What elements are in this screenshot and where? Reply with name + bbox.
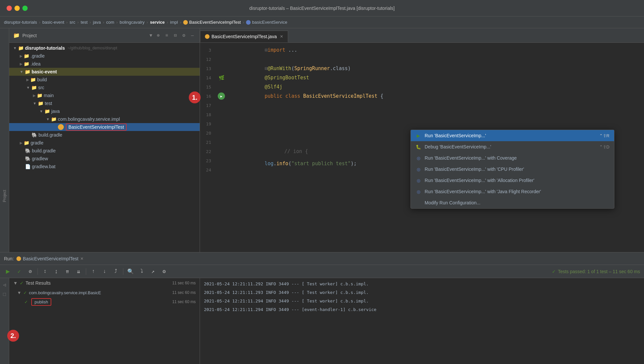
bottom-strip-icon-2[interactable]: ⬚ bbox=[1, 290, 9, 298]
export-icon[interactable]: ⤴ bbox=[112, 268, 120, 275]
tree-label-build-gradle-inner: build.gradle bbox=[38, 132, 62, 138]
minimize-button[interactable] bbox=[14, 6, 20, 11]
tree-item-gradle-dir[interactable]: ▶ 📁 gradle bbox=[9, 139, 200, 147]
run-toolbar-icon[interactable]: ▶ bbox=[4, 268, 12, 275]
breadcrumb-item-1[interactable]: basic-event bbox=[42, 20, 64, 25]
test-file-icon bbox=[58, 124, 64, 130]
menu-item-run[interactable]: ▶ Run 'BasicEventServiceImp...' ⌃⇧R bbox=[411, 130, 614, 141]
menu-item-debug[interactable]: 🐛 Debug 'BasicEventServiceImp...' ⌃⇧D bbox=[411, 141, 614, 152]
up-arrow-icon[interactable]: ↑ bbox=[89, 268, 97, 275]
tab-file-icon bbox=[205, 34, 210, 39]
tree-item-idea[interactable]: ▶ 📁 .idea bbox=[9, 60, 200, 68]
breadcrumb-item-0[interactable]: disruptor-tutorials bbox=[4, 20, 37, 25]
code-line-18: 18 bbox=[200, 110, 644, 119]
editor-tab-main[interactable]: BasicEventServiceImplTest.java ✕ bbox=[200, 31, 288, 42]
bottom-panel: Run: BasicEventServiceImplTest ✕ ▶ ✓ ⊘ ↕… bbox=[0, 252, 644, 364]
tree-item-root[interactable]: ▼ 📁 disruptor-tutorials ~/github/blog_de… bbox=[9, 44, 200, 52]
import-icon[interactable]: ⤵ bbox=[138, 268, 146, 275]
tab-label: BasicEventServiceImplTest.java bbox=[211, 34, 277, 39]
step-1-badge: 1. bbox=[189, 91, 201, 103]
menu-item-alloc-label: Run 'BasicEventServiceImp...' with 'Allo… bbox=[425, 178, 534, 183]
toolbar-sep-3 bbox=[123, 268, 123, 275]
close-panel-icon[interactable]: — bbox=[189, 32, 196, 39]
down-arrow-icon[interactable]: ↓ bbox=[101, 268, 109, 275]
rerun-icon[interactable]: ↕ bbox=[41, 268, 49, 275]
tree-item-testfile[interactable]: BasicEventServiceImplTest bbox=[9, 123, 200, 131]
menu-item-coverage[interactable]: ◎ Run 'BasicEventServiceImp...' with Cov… bbox=[411, 152, 614, 164]
tree-label-testfile: BasicEventServiceImplTest bbox=[66, 123, 127, 131]
search-icon[interactable]: 🔍 bbox=[127, 268, 135, 275]
tree-item-gradle[interactable]: ▶ 📁 .gradle bbox=[9, 52, 200, 60]
stop-toolbar-icon[interactable]: ⊘ bbox=[26, 268, 34, 275]
line-num-19: 19 bbox=[200, 121, 216, 126]
filter-icon[interactable]: ⊟ bbox=[172, 32, 179, 39]
breadcrumb-item-9[interactable]: BasicEventServiceImplTest bbox=[189, 20, 241, 25]
run-label: Run: bbox=[4, 256, 14, 261]
test-suite-row[interactable]: ▼ ✓ com.bolingcavalry.service.impl.Basic… bbox=[9, 288, 200, 297]
sidebar-title: Project bbox=[22, 33, 147, 38]
publish-test-row[interactable]: ✓ publish 11 sec 60 ms bbox=[9, 297, 200, 306]
arrow-build: ▶ bbox=[26, 78, 29, 82]
close-button[interactable] bbox=[7, 6, 12, 11]
sidebar-dropdown-arrow[interactable]: ▼ bbox=[150, 33, 152, 38]
folder-icon-test: 📁 bbox=[38, 101, 43, 106]
line-num-22: 22 bbox=[200, 149, 216, 154]
tree-label-pkg: com.bolingcavalry.service.impl bbox=[58, 117, 120, 122]
folder-icon: 📁 bbox=[13, 32, 20, 39]
tree-item-src[interactable]: ▼ 📁 src bbox=[9, 84, 200, 91]
modify-icon bbox=[415, 200, 421, 206]
bottom-strip-icon-1[interactable]: ◁ bbox=[1, 281, 9, 289]
publish-label: publish bbox=[31, 298, 51, 306]
breadcrumb-item-5[interactable]: com bbox=[106, 20, 114, 25]
run-tab-close[interactable]: ✕ bbox=[80, 256, 84, 261]
menu-item-flight[interactable]: ◎ Run 'BasicEventServiceImp...' with 'Ja… bbox=[411, 186, 614, 197]
breadcrumb-item-10[interactable]: basicEventService bbox=[252, 20, 287, 25]
collapse-all-icon[interactable]: ⇊ bbox=[75, 268, 83, 275]
breadcrumb-item-7[interactable]: service bbox=[150, 20, 165, 25]
tree-item-pkg[interactable]: ▼ 📁 com.bolingcavalry.service.impl bbox=[9, 115, 200, 123]
arrow-test: ▼ bbox=[33, 101, 37, 105]
menu-item-modify[interactable]: Modify Run Configuration... bbox=[411, 197, 614, 208]
tree-label-root: disruptor-tutorials bbox=[25, 45, 65, 51]
collapse-icon[interactable]: ≡ bbox=[163, 32, 170, 39]
run-button-gutter[interactable]: ▶ bbox=[218, 92, 225, 100]
tree-item-gradlew-bat[interactable]: 📄 gradlew.bat bbox=[9, 163, 200, 170]
breadcrumb-item-4[interactable]: java bbox=[93, 20, 101, 25]
folder-icon-gradle-dir: 📁 bbox=[24, 140, 29, 145]
breadcrumb-item-3[interactable]: test bbox=[81, 20, 87, 25]
gradle-icon-inner: 🐘 bbox=[32, 132, 37, 138]
export2-icon[interactable]: ↗ bbox=[149, 268, 157, 275]
tree-item-java[interactable]: ▼ 📁 java bbox=[9, 107, 200, 115]
breadcrumb-item-8[interactable]: impl bbox=[170, 20, 178, 25]
sidebar-toolbar: ⊕ ≡ ⊟ ⚙ — bbox=[155, 32, 196, 39]
tree-item-main[interactable]: ▶ 📁 main bbox=[9, 91, 200, 99]
maximize-button[interactable] bbox=[22, 6, 28, 11]
expand-all-icon[interactable]: ⇈ bbox=[63, 268, 71, 275]
breadcrumb-item-6[interactable]: bolingcavalry bbox=[120, 20, 145, 25]
breadcrumb: disruptor-tutorials › basic-event › src … bbox=[0, 16, 644, 28]
log-text-1: 2021-05-24 12:21:11.293 INFO 3449 --- [ … bbox=[204, 290, 369, 295]
settings2-icon[interactable]: ⚙ bbox=[160, 268, 168, 275]
tree-item-gradlew[interactable]: 🐘 gradlew bbox=[9, 155, 200, 163]
tree-item-build[interactable]: ▶ 📁 build bbox=[9, 76, 200, 84]
tree-item-build-gradle-inner[interactable]: 🐘 build.gradle bbox=[9, 131, 200, 139]
run-icon: ▶ bbox=[415, 133, 421, 139]
sort-icon[interactable]: ↨ bbox=[52, 268, 60, 275]
settings-icon[interactable]: ⚙ bbox=[181, 32, 187, 39]
tab-close-btn[interactable]: ✕ bbox=[280, 34, 283, 39]
tree-item-test[interactable]: ▼ 📁 test bbox=[9, 99, 200, 107]
menu-item-alloc[interactable]: ◎ Run 'BasicEventServiceImp...' with 'Al… bbox=[411, 175, 614, 186]
check-toolbar-icon[interactable]: ✓ bbox=[15, 268, 23, 275]
log-text-3: 2021-05-24 12:21:11.294 INFO 3449 --- [e… bbox=[204, 307, 376, 312]
tree-item-build-gradle-root[interactable]: 🐘 build.gradle bbox=[9, 147, 200, 155]
run-tab-icon bbox=[16, 256, 21, 261]
folder-icon-src: 📁 bbox=[31, 85, 37, 90]
window-controls[interactable] bbox=[7, 6, 28, 11]
tree-item-basic-event[interactable]: ▼ 📁 basic-event bbox=[9, 68, 200, 76]
locate-icon[interactable]: ⊕ bbox=[155, 32, 161, 39]
gradlew-bat-icon: 📄 bbox=[25, 164, 31, 169]
menu-item-cpu[interactable]: ◎ Run 'BasicEventServiceImp...' with 'CP… bbox=[411, 164, 614, 175]
breadcrumb-item-2[interactable]: src bbox=[70, 20, 75, 25]
suite-arrow: ▼ bbox=[17, 290, 21, 295]
arrow-src: ▼ bbox=[26, 86, 30, 90]
